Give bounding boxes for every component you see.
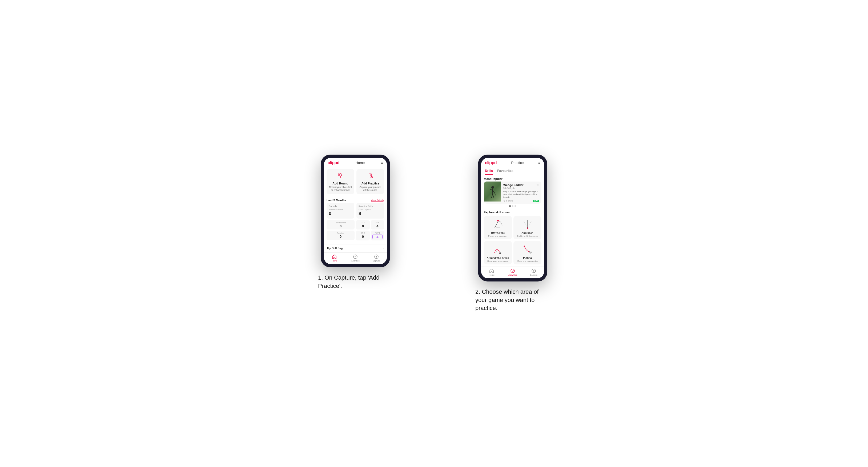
- arg-box: ARG 0: [356, 230, 370, 241]
- add-round-card[interactable]: Add Round Record your shots fast or enha…: [327, 169, 354, 194]
- page-container: clippd Home ≡: [287, 155, 581, 313]
- rounds-box: Rounds Rounds Capture 0: [327, 203, 354, 219]
- action-cards: Add Round Record your shots fast or enha…: [324, 167, 387, 197]
- drills-box: Practice Drills Drills Capture 8: [356, 203, 384, 219]
- add-round-icon: [336, 172, 345, 180]
- phone-screen-2: clippd Practice ≡ Drills Favourites Most…: [481, 158, 544, 278]
- header-title-1: Home: [355, 161, 365, 165]
- nav-capture-2[interactable]: Capture: [523, 269, 544, 276]
- svg-point-9: [370, 174, 371, 174]
- rounds-capture-label: Rounds Capture: [329, 208, 352, 211]
- stats-main-row: Rounds Rounds Capture 0 Practice Drills …: [327, 203, 384, 219]
- caption-2: 2. Choose which area of your game you wa…: [475, 288, 550, 312]
- svg-point-19: [491, 186, 494, 189]
- caption-1: 1. On Capture, tap 'Add Practice'.: [318, 274, 393, 290]
- featured-desc: Play 1 shot at each target yardage. If y…: [503, 190, 539, 198]
- skill-card-ott[interactable]: Off The Tee Power and accuracy: [484, 216, 512, 239]
- putt-value: 4: [372, 235, 383, 239]
- dot-2: [512, 205, 514, 207]
- approach-skill-name: Approach: [521, 231, 533, 234]
- stats-period: Last 3 Months: [327, 198, 346, 202]
- featured-content: Wedge Ladder ☆ 50–100 yds Play 1 shot at…: [501, 182, 541, 204]
- rounds-label: Rounds: [329, 205, 352, 208]
- phone-frame-1: clippd Home ≡: [321, 155, 390, 267]
- ott-skill-name: Off The Tee: [491, 231, 505, 234]
- nav-capture-1[interactable]: Capture: [366, 254, 387, 262]
- clippd-logo-2: clippd: [485, 160, 497, 165]
- tab-favourites[interactable]: Favourites: [497, 169, 514, 175]
- add-practice-card[interactable]: Add Practice Capture your practice off-t…: [356, 169, 384, 194]
- practice-label: Practice: [328, 232, 353, 234]
- nav-activities-label-2: Activities: [508, 274, 517, 276]
- svg-point-30: [527, 228, 528, 228]
- golf-bag-row[interactable]: My Golf Bag ›: [324, 244, 386, 252]
- arg-label: ARG: [358, 232, 368, 234]
- nav-activities-1[interactable]: Activities: [345, 254, 366, 262]
- add-practice-title: Add Practice: [361, 182, 379, 185]
- add-practice-desc: Capture your practice off-the-course: [359, 186, 382, 192]
- svg-point-5: [339, 173, 339, 173]
- phone-section-1: clippd Home ≡: [287, 155, 423, 290]
- svg-point-26: [497, 220, 499, 221]
- skill-grid: Off The Tee Power and accuracy: [481, 215, 544, 267]
- ott-value: 0: [358, 224, 368, 228]
- activities-nav-icon-1: [353, 254, 358, 259]
- putt-box: PUTT 4: [371, 230, 384, 241]
- clippd-logo-1: clippd: [328, 160, 339, 165]
- atg-skill-name: Around The Green: [487, 256, 509, 259]
- skill-card-putting[interactable]: Putting Make and lag practice: [514, 241, 541, 264]
- app-header-1: clippd Home ≡: [324, 158, 387, 167]
- most-popular-title: Most Popular: [481, 175, 544, 182]
- featured-card-image: [484, 182, 501, 201]
- skill-card-atg[interactable]: Around The Green Hone your short game: [484, 241, 512, 264]
- capture-nav-icon-1: [374, 254, 379, 259]
- phone-frame-2: clippd Practice ≡ Drills Favourites Most…: [478, 155, 547, 281]
- featured-subtitle: 50–100 yds: [503, 187, 539, 189]
- bottom-nav-2: Home Activities: [481, 267, 544, 278]
- nav-activities-2[interactable]: Activities: [502, 269, 523, 276]
- nav-home-2[interactable]: Home: [481, 269, 502, 276]
- bottom-nav-1: Home Activities: [324, 252, 387, 264]
- svg-line-22: [493, 190, 495, 193]
- hamburger-icon-2[interactable]: ≡: [538, 161, 540, 165]
- stats-grid: Rounds Rounds Capture 0 Practice Drills …: [324, 203, 387, 244]
- explore-title: Explore skill areas: [481, 209, 544, 215]
- svg-rect-3: [338, 174, 339, 176]
- add-practice-icon: [366, 172, 375, 180]
- nav-capture-label-1: Capture: [372, 260, 380, 262]
- home-nav-icon-2: [489, 269, 494, 273]
- tournament-label: Tournament: [328, 221, 353, 224]
- svg-line-21: [490, 189, 493, 190]
- tournament-value: 0: [328, 224, 353, 228]
- view-activity-link[interactable]: View Activity: [371, 199, 384, 201]
- add-round-desc: Record your shots fast or enhanced mode: [329, 186, 352, 192]
- skill-card-approach[interactable]: Approach Dial-in to hit the green: [514, 216, 541, 239]
- ott-box: OTT 0: [356, 220, 370, 229]
- featured-footer: ⏱ 9 shots APP: [503, 200, 539, 202]
- left-stats-col: Tournament 0 Practice 0: [327, 220, 354, 241]
- featured-card[interactable]: Wedge Ladder ☆ 50–100 yds Play 1 shot at…: [484, 182, 541, 204]
- svg-point-28: [496, 227, 500, 228]
- featured-title: Wedge Ladder: [503, 183, 524, 187]
- favourite-star-icon[interactable]: ☆: [536, 183, 539, 187]
- putting-skill-desc: Make and lag practice: [517, 260, 538, 262]
- ott-label: OTT: [358, 221, 368, 224]
- hamburger-icon-1[interactable]: ≡: [381, 161, 383, 165]
- tab-drills[interactable]: Drills: [485, 169, 493, 175]
- practice-box: Practice 0: [327, 230, 354, 240]
- putting-skill-icon: [522, 244, 533, 255]
- app-header-2: clippd Practice ≡: [481, 158, 544, 167]
- dot-3: [515, 205, 516, 207]
- golf-bag-label: My Golf Bag: [327, 247, 343, 250]
- svg-line-24: [493, 194, 494, 198]
- tabs-row: Drills Favourites: [481, 167, 544, 175]
- practice-value: 0: [328, 235, 353, 239]
- add-round-title: Add Round: [333, 182, 348, 185]
- phone-screen-1: clippd Home ≡: [324, 158, 387, 264]
- practice-drills-label: Practice Drills: [359, 205, 382, 208]
- header-title-2: Practice: [511, 161, 524, 165]
- tournament-box: Tournament 0: [327, 220, 354, 229]
- nav-home-1[interactable]: Home: [324, 254, 345, 262]
- shots-count: ⏱ 9 shots: [503, 200, 513, 202]
- dot-1: [509, 205, 511, 207]
